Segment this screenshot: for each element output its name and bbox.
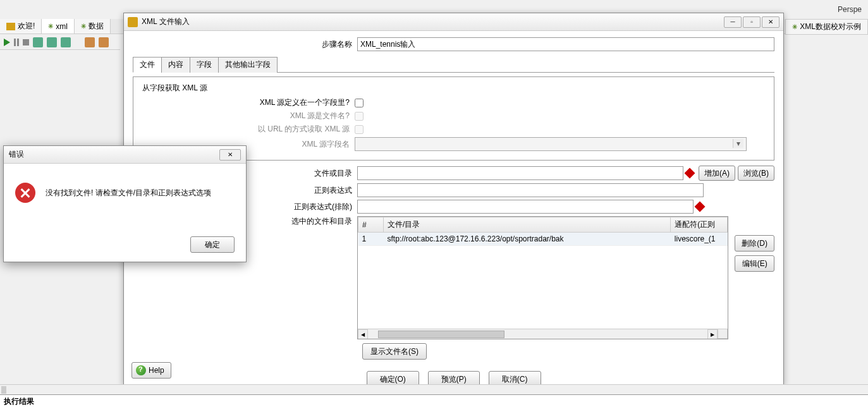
table-col-index[interactable]: # — [358, 217, 384, 233]
help-button[interactable]: Help — [131, 362, 171, 379]
cell-wildcard: livescore_(1 — [671, 233, 728, 246]
fieldset-legend: 从字段获取 XML 源 — [140, 83, 210, 94]
files-table[interactable]: # 文件/目录 通配符(正则 1 sftp://root:abc.123@172… — [357, 216, 728, 339]
toolbar-btn[interactable] — [61, 37, 71, 47]
xml-is-filename-checkbox — [355, 112, 364, 121]
dialog-titlebar[interactable]: XML 文件输入 ─ ▫ ✕ — [124, 13, 783, 31]
regex-input[interactable] — [357, 183, 704, 197]
step-name-label: 步骤名称 — [133, 39, 357, 50]
stop-icon[interactable] — [23, 39, 29, 46]
variable-icon[interactable] — [685, 168, 695, 179]
error-message: 没有找到文件! 请检查文件/目录和正则表达式选项 — [46, 188, 211, 198]
xml-icon: ✳ — [792, 23, 797, 30]
tab-content[interactable]: 内容 — [161, 57, 190, 73]
toolbar-btn[interactable] — [85, 37, 95, 47]
dialog-icon — [128, 17, 138, 27]
toolbar-btn[interactable] — [33, 37, 43, 47]
delete-button[interactable]: 删除(D) — [735, 235, 774, 252]
execution-result-panel: 执行结果 — [0, 394, 868, 407]
right-tab-label: XML数据校对示例 — [800, 21, 861, 32]
tab-fields[interactable]: 字段 — [190, 57, 219, 73]
regex-exclude-input[interactable] — [357, 200, 694, 214]
table-col-path[interactable]: 文件/目录 — [384, 217, 671, 233]
error-dialog: 错误 ✕ 没有找到文件! 请检查文件/目录和正则表达式选项 确定 — [3, 145, 247, 262]
help-label: Help — [149, 366, 164, 375]
perspective-label: Perspe — [838, 5, 862, 14]
pause-icon[interactable] — [14, 39, 19, 46]
main-horizontal-scrollbar[interactable] — [0, 384, 868, 394]
help-icon — [136, 365, 146, 375]
dialog-title-text: XML 文件输入 — [142, 16, 724, 27]
step-name-input[interactable] — [357, 37, 774, 51]
bg-tab-xml[interactable]: ✳ xml — [42, 19, 75, 33]
inner-tabs: 文件 内容 字段 其他输出字段 — [133, 56, 774, 73]
table-row[interactable]: 1 sftp://root:abc.123@172.16.6.223/opt/s… — [358, 233, 728, 246]
home-icon — [6, 23, 15, 30]
bg-tab-data[interactable]: ✳ 数据 — [75, 19, 111, 33]
xml-is-filename-label: XML 源是文件名? — [140, 111, 355, 121]
close-button[interactable]: ✕ — [762, 16, 779, 28]
toolbar-btn[interactable] — [99, 37, 109, 47]
error-close-button[interactable]: ✕ — [219, 149, 241, 161]
xml-as-url-label: 以 URL 的方式读取 XML 源 — [140, 124, 355, 135]
error-ok-button[interactable]: 确定 — [190, 236, 235, 253]
xml-icon: ✳ — [48, 23, 53, 30]
add-button[interactable]: 增加(A) — [699, 166, 735, 181]
maximize-button[interactable]: ▫ — [743, 16, 761, 28]
xml-field-name-select — [355, 137, 747, 151]
minimize-button[interactable]: ─ — [724, 16, 742, 28]
scroll-corner — [718, 329, 728, 339]
file-or-dir-input[interactable] — [357, 166, 683, 180]
bg-tab-label: 数据 — [89, 21, 104, 32]
right-tab-xml-validate[interactable]: ✳ XML数据校对示例 — [785, 19, 868, 35]
error-title-text: 错误 — [9, 149, 219, 160]
xml-icon: ✳ — [81, 23, 86, 30]
scroll-right-icon[interactable]: ▶ — [707, 329, 718, 339]
play-icon[interactable] — [4, 39, 10, 46]
bg-tab-label: 欢迎! — [18, 21, 35, 32]
tab-other-output[interactable]: 其他输出字段 — [218, 57, 278, 73]
variable-icon[interactable] — [695, 202, 706, 212]
scroll-left-icon[interactable]: ◀ — [358, 329, 368, 339]
toolbar-btn[interactable] — [47, 37, 57, 47]
error-titlebar[interactable]: 错误 ✕ — [4, 146, 246, 164]
xml-as-url-checkbox — [355, 125, 364, 134]
background-toolbar — [0, 35, 120, 50]
bg-tab-label: xml — [56, 22, 68, 31]
table-col-wildcard[interactable]: 通配符(正则 — [671, 217, 728, 233]
cell-path: sftp://root:abc.123@172.16.6.223/opt/spo… — [384, 233, 671, 246]
horizontal-scrollbar[interactable]: ◀ ▶ — [358, 329, 718, 339]
cell-index: 1 — [358, 233, 384, 246]
scroll-thumb[interactable] — [378, 331, 504, 338]
tab-file[interactable]: 文件 — [133, 57, 162, 73]
xml-in-field-checkbox[interactable] — [355, 99, 364, 107]
edit-button[interactable]: 编辑(E) — [735, 255, 774, 272]
bg-tab-welcome[interactable]: 欢迎! — [0, 19, 42, 33]
browse-button[interactable]: 浏览(B) — [738, 166, 774, 181]
error-icon — [15, 183, 35, 203]
xml-in-field-label: XML 源定义在一个字段里? — [140, 97, 355, 108]
show-files-button[interactable]: 显示文件名(S) — [362, 343, 427, 360]
